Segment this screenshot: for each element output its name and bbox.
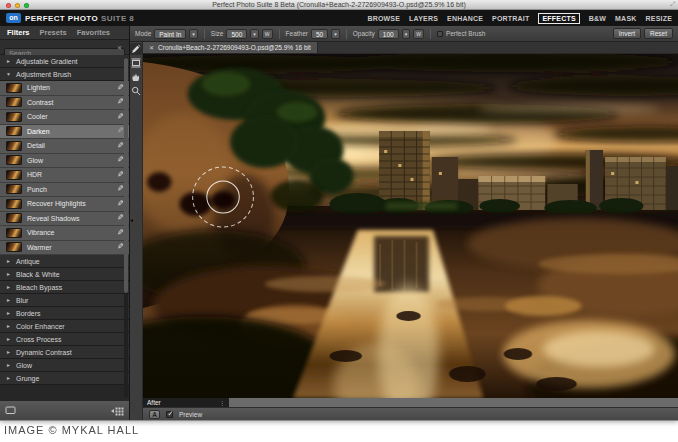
filter-item-warmer[interactable]: Warmer ✎ bbox=[0, 241, 129, 256]
preview-label: Preview bbox=[179, 411, 202, 418]
size-dropdown-icon[interactable]: ▾ bbox=[250, 29, 259, 39]
module-bw[interactable]: B&W bbox=[589, 15, 606, 22]
filter-thumbnail bbox=[6, 242, 22, 252]
section-glow[interactable]: ► Glow bbox=[0, 359, 129, 372]
section-adjustment-brush[interactable]: ▼ Adjustment Brush bbox=[0, 68, 129, 81]
brush-icon[interactable]: ✎ bbox=[117, 142, 124, 150]
feather-dropdown-icon[interactable]: ▾ bbox=[331, 29, 340, 39]
collapse-right-pane-icon[interactable]: ▸ bbox=[674, 216, 677, 223]
brush-icon[interactable]: ✎ bbox=[117, 84, 124, 92]
tab-presets[interactable]: Presets bbox=[40, 28, 67, 37]
module-effects[interactable]: EFFECTS bbox=[538, 13, 579, 24]
section-dynamic-contrast[interactable]: ► Dynamic Contrast bbox=[0, 346, 129, 359]
after-mode-button[interactable]: A bbox=[149, 410, 160, 419]
module-browse[interactable]: BROWSE bbox=[367, 15, 400, 22]
grid-view-icon[interactable] bbox=[110, 406, 124, 416]
filter-label: HDR bbox=[27, 171, 42, 178]
brush-icon[interactable]: ✎ bbox=[117, 229, 124, 237]
filter-item-punch[interactable]: Punch ✎ bbox=[0, 183, 129, 198]
app-header: on PERFECT PHOTO SUITE 8 BROWSE LAYERS E… bbox=[0, 10, 678, 26]
filter-item-reveal-shadows[interactable]: Reveal Shadows ✎ bbox=[0, 212, 129, 227]
invert-button[interactable]: Invert bbox=[613, 28, 641, 39]
search-clear-icon[interactable]: ✕ bbox=[117, 44, 122, 51]
brush-tool[interactable] bbox=[130, 43, 142, 55]
brush-icon[interactable]: ✎ bbox=[117, 200, 124, 208]
brush-icon[interactable]: ✎ bbox=[117, 113, 124, 121]
section-borders[interactable]: ► Borders bbox=[0, 307, 129, 320]
after-menu-icon[interactable]: ⋮ bbox=[219, 399, 225, 406]
size-input[interactable]: 500 bbox=[226, 29, 247, 39]
photo-canvas[interactable] bbox=[143, 54, 678, 398]
brush-icon[interactable]: ✎ bbox=[117, 156, 124, 164]
preview-checkbox[interactable] bbox=[166, 411, 173, 418]
opacity-input[interactable]: 100 bbox=[378, 29, 399, 39]
module-resize[interactable]: RESIZE bbox=[646, 15, 672, 22]
section-grunge[interactable]: ► Grunge bbox=[0, 372, 129, 385]
collapse-left-pane-icon[interactable]: ◂ bbox=[130, 216, 133, 223]
filter-item-recover-highlights[interactable]: Recover Highlights ✎ bbox=[0, 197, 129, 212]
tab-close-icon[interactable]: ✕ bbox=[149, 44, 154, 51]
opacity-wacom-button[interactable]: W bbox=[413, 29, 424, 39]
feather-input[interactable]: 50 bbox=[311, 29, 328, 39]
tab-favorites[interactable]: Favorites bbox=[77, 28, 110, 37]
perfect-brush-checkbox[interactable] bbox=[437, 31, 443, 37]
collapsed-triangle-icon: ► bbox=[6, 349, 12, 355]
brush-icon[interactable]: ✎ bbox=[117, 214, 124, 222]
section-label: Adjustment Brush bbox=[16, 71, 71, 78]
brush-icon[interactable]: ✎ bbox=[117, 171, 124, 179]
filter-item-detail[interactable]: Detail ✎ bbox=[0, 139, 129, 154]
tab-filters[interactable]: Filters bbox=[7, 28, 30, 37]
filter-item-lighten[interactable]: Lighten ✎ bbox=[0, 81, 129, 96]
reset-button[interactable]: Reset bbox=[644, 28, 673, 39]
hand-tool[interactable] bbox=[130, 71, 142, 83]
fullscreen-icon[interactable]: ⤢ bbox=[670, 1, 675, 8]
section-adjustable-gradient[interactable]: ► Adjustable Gradient bbox=[0, 55, 129, 68]
section-color-enhancer[interactable]: ► Color Enhancer bbox=[0, 320, 129, 333]
collapsed-triangle-icon: ► bbox=[6, 375, 12, 381]
perfect-brush-label: Perfect Brush bbox=[446, 30, 485, 37]
filter-item-vibrance[interactable]: Vibrance ✎ bbox=[0, 226, 129, 241]
brush-icon[interactable]: ✎ bbox=[117, 243, 124, 251]
module-layers[interactable]: LAYERS bbox=[409, 15, 438, 22]
zoom-tool[interactable] bbox=[130, 85, 142, 97]
section-label: Black & White bbox=[16, 271, 60, 278]
document-tab[interactable]: ✕ Cronulla+Beach-2-2726909493-O.psd@25.9… bbox=[143, 42, 318, 53]
section-cross-process[interactable]: ► Cross Process bbox=[0, 333, 129, 346]
module-enhance[interactable]: ENHANCE bbox=[447, 15, 483, 22]
filter-label: Glow bbox=[27, 157, 43, 164]
masking-bug-tool[interactable] bbox=[130, 57, 142, 69]
window-title: Perfect Photo Suite 8 Beta (Cronulla+Bea… bbox=[0, 1, 678, 8]
section-antique[interactable]: ► Antique bbox=[0, 255, 129, 268]
collapsed-triangle-icon: ► bbox=[6, 284, 12, 290]
brush-icon[interactable]: ✎ bbox=[117, 127, 124, 135]
thumbnail-view-icon[interactable] bbox=[5, 406, 17, 415]
module-menu: BROWSE LAYERS ENHANCE PORTRAIT EFFECTS B… bbox=[367, 13, 672, 24]
after-view-tab[interactable]: After ⋮ bbox=[143, 398, 229, 407]
mode-dropdown-icon[interactable]: ▾ bbox=[189, 29, 198, 39]
opacity-dropdown-icon[interactable]: ▾ bbox=[402, 29, 411, 39]
filter-item-cooler[interactable]: Cooler ✎ bbox=[0, 110, 129, 125]
section-bleach-bypass[interactable]: ► Bleach Bypass bbox=[0, 281, 129, 294]
document-tabbar: ✕ Cronulla+Beach-2-2726909493-O.psd@25.9… bbox=[143, 42, 678, 54]
filter-item-hdr[interactable]: HDR ✎ bbox=[0, 168, 129, 183]
mode-select[interactable]: Paint In bbox=[154, 29, 186, 39]
filter-item-contrast[interactable]: Contrast ✎ bbox=[0, 96, 129, 111]
size-label: Size bbox=[211, 30, 224, 37]
feather-label: Feather bbox=[286, 30, 308, 37]
filter-label: Warmer bbox=[27, 244, 52, 251]
titlebar[interactable]: Perfect Photo Suite 8 Beta (Cronulla+Bea… bbox=[0, 0, 678, 10]
section-label: Glow bbox=[16, 362, 32, 369]
section-blur[interactable]: ► Blur bbox=[0, 294, 129, 307]
module-mask[interactable]: MASK bbox=[615, 15, 636, 22]
brush-icon[interactable]: ✎ bbox=[117, 185, 124, 193]
brush-icon[interactable]: ✎ bbox=[117, 98, 124, 106]
filter-item-darken[interactable]: Darken ✎ bbox=[0, 125, 129, 140]
module-portrait[interactable]: PORTRAIT bbox=[492, 15, 529, 22]
sidebar-scrollbar[interactable] bbox=[124, 57, 128, 398]
size-wacom-button[interactable]: W bbox=[262, 29, 273, 39]
section-label: Antique bbox=[16, 258, 40, 265]
onone-logo-icon: on bbox=[6, 13, 21, 23]
scrollbar-thumb[interactable] bbox=[124, 58, 128, 293]
section-black-and-white[interactable]: ► Black & White bbox=[0, 268, 129, 281]
filter-item-glow[interactable]: Glow ✎ bbox=[0, 154, 129, 169]
